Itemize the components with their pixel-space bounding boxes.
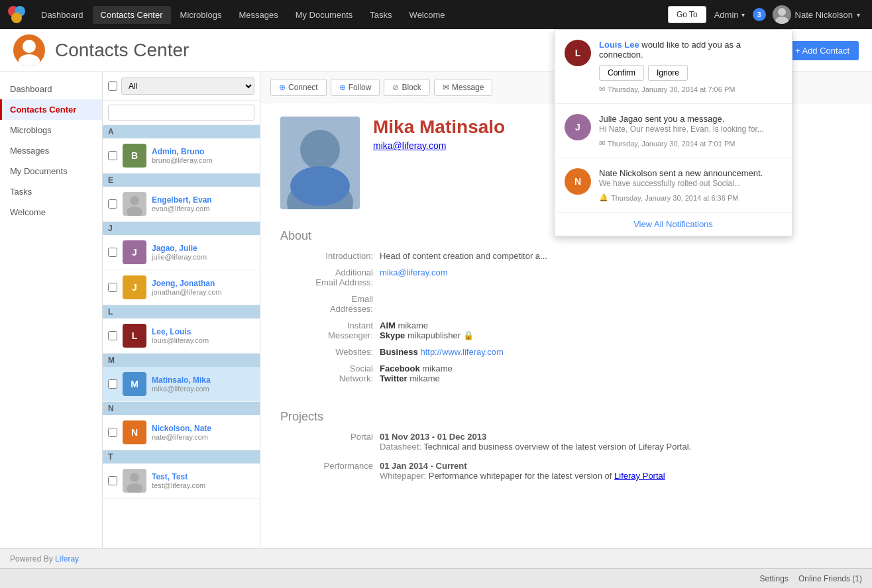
- contact-email-nate: nate@liferay.com: [152, 433, 254, 441]
- contact-checkbox-louis[interactable]: [108, 331, 117, 340]
- connect-icon: ⊕: [279, 83, 286, 92]
- profile-email-link[interactable]: mika@liferay.com: [373, 140, 446, 151]
- project-portal-dates: 01 Nov 2013 - 01 Dec 2013: [380, 432, 852, 442]
- additional-email-link[interactable]: mika@liferay.com: [380, 268, 448, 277]
- ignore-button[interactable]: Ignore: [648, 65, 688, 81]
- business-url[interactable]: http://www.liferay.com: [420, 347, 503, 357]
- settings-label[interactable]: Settings: [760, 574, 789, 583]
- block-button[interactable]: ⊘ Block: [384, 79, 429, 96]
- contact-email-jonathan: jonathan@liferay.com: [152, 288, 254, 296]
- contact-checkbox-bruno[interactable]: [108, 151, 117, 160]
- websites-row: Websites: Business http://www.liferay.co…: [280, 347, 852, 357]
- nav-contacts-center[interactable]: Contacts Center: [93, 6, 171, 24]
- notif-avatar-nate: N: [565, 168, 591, 195]
- contact-checkbox-nate[interactable]: [108, 428, 117, 437]
- contact-name-mika: Matinsalo, Mika: [152, 375, 254, 385]
- admin-menu[interactable]: Admin: [708, 6, 751, 24]
- notification-item-3: N Nate Nickolson sent a new announcement…: [555, 158, 792, 213]
- liferay-portal-link[interactable]: Liferay Portal: [614, 471, 665, 481]
- projects-section: Projects Portal 01 Nov 2013 - 01 Dec 201…: [260, 403, 872, 497]
- notif-timestamp-3: Thursday, January 30, 2014 at 6:36 PM: [611, 194, 738, 202]
- additional-email-value: mika@liferay.com: [380, 268, 852, 287]
- contact-item-bruno[interactable]: B Admin, Bruno bruno@liferay.com: [103, 138, 260, 173]
- block-icon: ⊘: [392, 83, 399, 92]
- sidebar-item-contacts-center[interactable]: Contacts Center: [0, 99, 102, 120]
- notif-time-1: ✉ Thursday, January 30, 2014 at 7:06 PM: [599, 85, 782, 93]
- nav-my-documents[interactable]: My Documents: [288, 6, 361, 24]
- contact-item-jonathan[interactable]: J Joeng, Jonathan jonathan@liferay.com: [103, 270, 260, 305]
- liferay-link[interactable]: Liferay: [55, 554, 79, 564]
- select-all-checkbox[interactable]: [108, 81, 117, 91]
- follow-button[interactable]: ⊕ Follow: [331, 79, 380, 96]
- filter-select[interactable]: All: [121, 77, 254, 95]
- introduction-label: Introduction:: [280, 251, 380, 261]
- contact-item-julie[interactable]: J Jagao, Julie julie@liferay.com: [103, 235, 260, 270]
- notifications-badge[interactable]: 3: [753, 8, 766, 21]
- section-header-e: E: [103, 173, 260, 187]
- svg-point-12: [300, 130, 340, 170]
- contact-checkbox-mika[interactable]: [108, 379, 117, 389]
- contact-avatar-julie: J: [123, 240, 146, 264]
- message-button[interactable]: ✉ Message: [434, 79, 493, 96]
- contact-item-evan[interactable]: Engelbert, Evan evan@liferay.com: [103, 187, 260, 222]
- contact-name-julie: Jagao, Julie: [152, 244, 254, 253]
- goto-button[interactable]: Go To: [668, 6, 706, 23]
- contact-item-louis[interactable]: L Lee, Louis louis@liferay.com: [103, 318, 260, 354]
- section-header-n: N: [103, 402, 260, 415]
- contact-checkbox-julie[interactable]: [108, 248, 117, 257]
- connect-button[interactable]: ⊕ Connect: [270, 79, 327, 96]
- email-addresses-label: EmailAddresses:: [280, 294, 380, 314]
- websites-value: Business http://www.liferay.com: [380, 347, 852, 357]
- sidebar-item-dashboard[interactable]: Dashboard: [0, 79, 102, 99]
- contacts-search-bar: [103, 101, 260, 125]
- confirm-button[interactable]: Confirm: [599, 65, 644, 81]
- notif-avatar-julie: J: [565, 114, 591, 140]
- contacts-search-input[interactable]: [108, 105, 254, 121]
- contact-checkbox-evan[interactable]: [108, 199, 117, 209]
- sidebar-item-messages[interactable]: Messages: [0, 140, 102, 161]
- section-header-l: L: [103, 305, 260, 318]
- notif-text-2: Julie Jagao sent you a message. Hi Nate,…: [599, 114, 782, 134]
- notif-time-3: 🔔 Thursday, January 30, 2014 at 6:36 PM: [599, 193, 782, 202]
- nav-messages[interactable]: Messages: [231, 6, 286, 24]
- project-performance-label: Performance: [280, 461, 380, 481]
- contact-checkbox-jonathan[interactable]: [108, 283, 117, 292]
- contact-avatar-louis: L: [123, 324, 146, 348]
- contact-item-nate[interactable]: N Nickolson, Nate nate@liferay.com: [103, 415, 260, 450]
- notif-time-icon-1: ✉: [599, 85, 605, 93]
- contact-name-bruno: Admin, Bruno: [152, 147, 254, 156]
- nav-microblogs[interactable]: Microblogs: [172, 6, 230, 24]
- sidebar-item-microblogs[interactable]: Microblogs: [0, 120, 102, 140]
- contact-item-mika[interactable]: M Matinsalo, Mika mika@liferay.com: [103, 367, 260, 402]
- sidebar-item-tasks[interactable]: Tasks: [0, 181, 102, 202]
- view-all-notifications-link[interactable]: View All Notifications: [633, 219, 713, 229]
- footer: Powered By Liferay: [0, 548, 872, 568]
- contact-item-test[interactable]: Test, Test test@liferay.com: [103, 464, 260, 499]
- contact-email-julie: julie@liferay.com: [152, 253, 254, 261]
- user-menu[interactable]: Nate Nickolson ▾: [767, 3, 865, 26]
- contacts-filter-bar: All: [103, 72, 260, 101]
- project-portal-label: Portal: [280, 432, 380, 452]
- contact-checkbox-test[interactable]: [108, 476, 117, 485]
- business-label: Business: [380, 347, 418, 357]
- notif-footer: View All Notifications: [555, 213, 792, 236]
- sidebar-item-welcome[interactable]: Welcome: [0, 202, 102, 222]
- project-portal-desc: Datasheet: Technical and business overvi…: [380, 442, 852, 452]
- message-label: Message: [452, 83, 484, 92]
- contact-name-evan: Engelbert, Evan: [152, 195, 254, 205]
- project-portal-row: Portal 01 Nov 2013 - 01 Dec 2013 Datashe…: [280, 432, 852, 452]
- online-friends-label[interactable]: Online Friends (1): [798, 574, 862, 583]
- sidebar-item-my-documents[interactable]: My Documents: [0, 161, 102, 181]
- svg-point-2: [11, 13, 22, 23]
- bottom-bar: Settings Online Friends (1): [0, 568, 872, 588]
- contacts-list-panel: All A B Admin, Bruno bruno@liferay.com E…: [103, 72, 260, 548]
- project-performance-desc: Whitepaper: Performance whitepaper for t…: [380, 471, 852, 481]
- add-contact-button[interactable]: + Add Contact: [786, 41, 859, 60]
- nav-tasks[interactable]: Tasks: [362, 6, 400, 24]
- notif-user-louis[interactable]: Louis Lee: [599, 40, 639, 50]
- nav-dashboard[interactable]: Dashboard: [33, 6, 91, 24]
- social-network-row: SocialNetwork: Facebook mikame Twitter m…: [280, 364, 852, 383]
- nav-welcome[interactable]: Welcome: [402, 6, 453, 24]
- skype-icon: 🔒: [463, 330, 474, 340]
- contact-avatar-bruno: B: [123, 144, 146, 168]
